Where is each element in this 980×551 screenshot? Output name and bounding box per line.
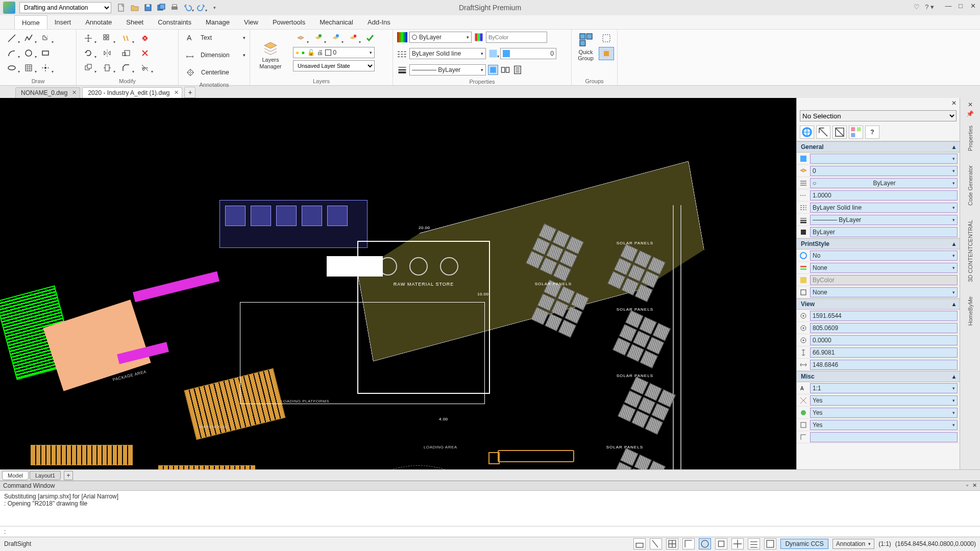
layer-icon-2[interactable] <box>310 32 326 45</box>
quickgroup-button[interactable]: Quick Group <box>575 32 597 61</box>
prop-pstyle-field[interactable]: ByLayer <box>810 227 958 237</box>
tab-sheet[interactable]: Sheet <box>119 15 151 29</box>
layer-state-combo[interactable]: Unsaved Layer State <box>293 60 375 71</box>
workspace-selector[interactable]: Drafting and Annotation <box>19 2 111 13</box>
layer-icon-4[interactable] <box>345 32 360 45</box>
section-general[interactable]: General▴ <box>797 141 960 153</box>
layer-icon-1[interactable] <box>293 32 308 45</box>
status-btn-qi[interactable] <box>764 538 776 549</box>
open-icon[interactable] <box>130 3 140 13</box>
sidepanel-close-icon[interactable]: ✕ <box>968 101 973 108</box>
prop-ltscale-field[interactable]: 1.0000 <box>810 190 958 201</box>
status-annotation[interactable]: Annotation▾ <box>832 539 874 549</box>
text-label[interactable]: Text <box>201 34 240 41</box>
tab-mechanical[interactable]: Mechanical <box>312 15 360 29</box>
add-layout-tab[interactable]: + <box>64 471 73 480</box>
layer-check-icon[interactable] <box>362 32 378 45</box>
save-icon[interactable] <box>143 3 153 13</box>
tab-manage[interactable]: Manage <box>199 15 237 29</box>
status-btn-1[interactable] <box>633 538 646 549</box>
point-icon[interactable] <box>38 61 53 74</box>
pal-tool-1[interactable] <box>800 126 814 139</box>
pal-tool-3[interactable] <box>832 126 847 139</box>
misc-field-5[interactable] <box>810 432 958 442</box>
layout1-tab[interactable]: Layout1 <box>30 471 61 480</box>
tab-annotate[interactable]: Annotate <box>78 15 119 29</box>
status-btn-lw[interactable] <box>748 538 760 549</box>
prop-ltype2-field[interactable]: ByLayer Solid line▾ <box>810 203 958 213</box>
cmd-input[interactable]: : <box>0 527 980 537</box>
powertrim-icon[interactable] <box>137 32 153 45</box>
help-dropdown-icon[interactable]: ? ▾ <box>925 3 934 11</box>
ps-field-2[interactable]: None▾ <box>810 263 958 273</box>
pal-tool-help[interactable]: ? <box>865 126 879 139</box>
qat-dropdown-icon[interactable]: ▾ <box>209 3 219 13</box>
misc-field-3[interactable]: Yes▾ <box>810 408 958 418</box>
polyline-icon[interactable] <box>21 32 36 45</box>
text-icon[interactable]: A <box>183 31 198 44</box>
pal-tool-4[interactable] <box>849 126 863 139</box>
copy-icon[interactable] <box>81 61 96 74</box>
new-icon[interactable] <box>116 3 127 13</box>
sidepanel-pin-icon[interactable]: 📌 <box>966 110 974 117</box>
status-btn-grid[interactable] <box>666 538 678 549</box>
section-printstyle[interactable]: PrintStyle▴ <box>797 238 960 249</box>
lweight-icon[interactable] <box>397 65 407 75</box>
colorbook-icon[interactable] <box>474 32 484 42</box>
color-icon[interactable] <box>397 32 407 42</box>
prop-icon-c[interactable] <box>512 65 523 75</box>
prop-ltype-field[interactable]: ○ ByLayer▾ <box>810 178 958 188</box>
undo-icon[interactable] <box>183 3 193 13</box>
ps-field-1[interactable]: No▾ <box>810 251 958 261</box>
add-file-tab[interactable]: + <box>184 87 195 98</box>
lweight-combo[interactable]: ———— ByLayer▾ <box>409 64 486 76</box>
arc-icon[interactable] <box>4 46 19 60</box>
hatch-icon[interactable] <box>21 61 36 74</box>
tab-addins[interactable]: Add-Ins <box>360 15 398 29</box>
layer-current-combo[interactable]: ●●🔓🖨 0 ▾ <box>293 47 375 58</box>
file-tab-1[interactable]: NONAME_0.dwg✕ <box>15 87 80 98</box>
tab-view[interactable]: View <box>237 15 265 29</box>
dimension-label[interactable]: Dimension <box>201 52 240 59</box>
status-btn-ortho[interactable] <box>682 538 695 549</box>
linetype-icon[interactable] <box>397 48 407 59</box>
section-view[interactable]: View▴ <box>797 298 960 310</box>
model-tab[interactable]: Model <box>2 471 29 480</box>
tab-powertools[interactable]: Powertools <box>265 15 312 29</box>
misc-field-1[interactable]: 1:1▾ <box>810 383 958 393</box>
stretch-icon[interactable] <box>100 61 115 74</box>
rotate-icon[interactable] <box>81 46 96 60</box>
redo-icon[interactable] <box>196 3 206 13</box>
ellipse-icon[interactable] <box>4 61 19 74</box>
scale-icon[interactable] <box>118 46 134 60</box>
explode-icon[interactable] <box>137 46 153 60</box>
close-icon[interactable]: ✕ <box>969 2 977 10</box>
drawing-canvas[interactable]: RAW MATERIAL STORE LOADING AREA LOADING … <box>0 98 796 469</box>
transparency-field[interactable]: 0 <box>500 48 556 59</box>
bycolor-input[interactable] <box>486 32 547 43</box>
layers-manager-button[interactable]: Layers Manager <box>254 32 287 77</box>
section-misc[interactable]: Misc▴ <box>797 371 960 382</box>
rectangle-icon[interactable] <box>38 46 53 60</box>
status-dynamic-ccs[interactable]: Dynamic CCS <box>780 539 828 549</box>
heart-icon[interactable]: ♡ <box>914 3 920 11</box>
file-tab-2[interactable]: 2020 - Industry A_edit (1).dwg✕ <box>82 87 182 98</box>
selection-combo[interactable]: No Selection <box>800 110 957 121</box>
palette-close-icon[interactable]: ✕ <box>951 99 957 107</box>
centerline-label[interactable]: Centerline <box>201 69 242 76</box>
side-tab-codegen[interactable]: Code Generator <box>966 159 974 212</box>
group-edit-icon[interactable] <box>599 32 614 45</box>
misc-field-2[interactable]: Yes▾ <box>810 395 958 406</box>
pal-tool-2[interactable] <box>816 126 830 139</box>
ps-field-4[interactable]: None▾ <box>810 287 958 297</box>
tab-insert[interactable]: Insert <box>47 15 79 29</box>
close-tab-1-icon[interactable]: ✕ <box>72 89 77 96</box>
side-tab-homebyme[interactable]: HomeByMe <box>966 290 974 332</box>
offset-icon[interactable] <box>118 32 134 45</box>
line-icon[interactable] <box>4 32 19 45</box>
view-h-field[interactable]: 66.9081 <box>810 347 958 358</box>
linetype-combo[interactable]: ByLayer Solid line▾ <box>409 48 486 59</box>
mirror-icon[interactable] <box>100 46 115 60</box>
prop-layer-field[interactable]: 0▾ <box>810 166 958 176</box>
view-y-field[interactable]: 805.0609 <box>810 323 958 333</box>
